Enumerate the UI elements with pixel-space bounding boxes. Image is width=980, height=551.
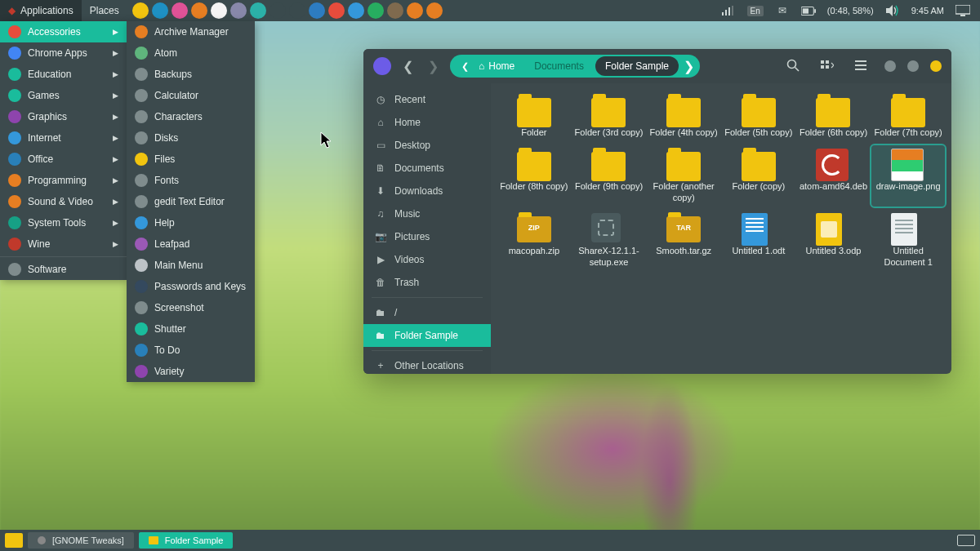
menu-item-programming[interactable]: Programming ▶ xyxy=(0,170,127,191)
file-item[interactable]: Folder (5th copy) xyxy=(722,91,795,142)
path-next-chevron[interactable]: ❯ xyxy=(680,56,697,76)
launcher-workspaces[interactable] xyxy=(309,2,325,19)
sidebar-item-desktop[interactable]: ▭Desktop xyxy=(363,134,491,157)
taskbar-item-gnome-tweaks[interactable]: [GNOME Tweaks] xyxy=(28,532,134,549)
taskbar-item-folder-sample[interactable]: Folder Sample xyxy=(139,532,234,549)
file-item[interactable]: TAR Smooth.tar.gz xyxy=(647,210,720,272)
launcher-vlc[interactable] xyxy=(407,2,423,19)
launcher-search[interactable] xyxy=(270,2,286,19)
launcher-calc[interactable] xyxy=(368,2,384,19)
path-current[interactable]: Folder Sample xyxy=(595,56,679,76)
launcher-gimp[interactable] xyxy=(387,2,403,19)
menu-item-office[interactable]: Office ▶ xyxy=(0,149,127,170)
battery-icon[interactable] xyxy=(801,5,816,16)
file-item[interactable]: Folder (another copy) xyxy=(647,145,720,207)
network-icon[interactable] xyxy=(721,5,736,16)
submenu-item-help[interactable]: Help xyxy=(127,212,255,233)
submenu-item-shutter[interactable]: Shutter xyxy=(127,318,255,340)
show-desktop-button[interactable] xyxy=(957,535,975,546)
launcher-doc[interactable] xyxy=(348,2,364,19)
mail-icon[interactable]: ✉ xyxy=(775,5,790,16)
menu-item-sound-video[interactable]: Sound & Video ▶ xyxy=(0,191,127,212)
submenu-item-disks[interactable]: Disks xyxy=(127,127,255,149)
submenu-item-variety[interactable]: Variety xyxy=(127,361,255,382)
submenu-item-backups[interactable]: Backups xyxy=(127,64,255,85)
launcher-p[interactable] xyxy=(426,2,443,19)
applications-menu-button[interactable]: ◆ Applications xyxy=(0,0,82,21)
sidebar-item-trash[interactable]: 🗑Trash xyxy=(363,271,491,294)
launcher-notes[interactable] xyxy=(172,2,188,19)
submenu-item-screenshot[interactable]: Screenshot xyxy=(127,297,255,318)
path-home[interactable]: ⌂ Home xyxy=(469,55,524,78)
show-apps-button[interactable] xyxy=(5,533,23,548)
file-item[interactable]: Folder (3rd copy) xyxy=(572,91,646,142)
file-item[interactable]: Untitled 1.odt xyxy=(722,210,795,272)
menu-item-software[interactable]: Software xyxy=(0,259,127,280)
volume-icon[interactable] xyxy=(885,5,900,16)
submenu-item-leafpad[interactable]: Leafpad xyxy=(127,233,255,255)
file-item[interactable]: Untitled 3.odp xyxy=(797,210,871,272)
sidebar-item-pictures[interactable]: 📷Pictures xyxy=(363,225,491,248)
file-item[interactable]: Folder (9th copy) xyxy=(572,145,646,207)
sidebar-item-other-locations[interactable]: +Other Locations xyxy=(363,354,491,374)
submenu-item-files[interactable]: Files xyxy=(127,149,255,170)
menu-item-education[interactable]: Education ▶ xyxy=(0,64,127,85)
hamburger-menu-button[interactable] xyxy=(849,60,873,73)
file-item[interactable]: ZIP macopah.zip xyxy=(497,210,571,272)
launcher-settings[interactable] xyxy=(250,2,266,19)
search-button[interactable] xyxy=(780,59,806,74)
submenu-item-characters[interactable]: Characters xyxy=(127,106,255,127)
menu-item-internet[interactable]: Internet ▶ xyxy=(0,127,127,149)
sidebar-item-home[interactable]: ⌂Home xyxy=(363,111,491,134)
submenu-item-archive-manager[interactable]: Archive Manager xyxy=(127,21,255,42)
file-item[interactable]: atom-amd64.deb xyxy=(797,145,871,207)
submenu-item-fonts[interactable]: Fonts xyxy=(127,170,255,191)
submenu-item-main-menu[interactable]: Main Menu xyxy=(127,255,255,276)
menu-item-chrome-apps[interactable]: Chrome Apps ▶ xyxy=(0,42,127,64)
menu-item-games[interactable]: Games ▶ xyxy=(0,85,127,106)
file-item[interactable]: Folder (8th copy) xyxy=(497,145,571,207)
sidebar-item-folder-sample[interactable]: 🖿Folder Sample xyxy=(363,324,491,347)
places-menu-button[interactable]: Places xyxy=(82,0,127,21)
file-item[interactable]: Untitled Document 1 xyxy=(871,210,945,272)
minimize-button[interactable] xyxy=(884,60,896,72)
menu-item-graphics[interactable]: Graphics ▶ xyxy=(0,106,127,127)
file-item[interactable]: Folder (7th copy) xyxy=(871,91,945,142)
back-button[interactable]: ❮ xyxy=(399,59,416,74)
file-item[interactable]: ShareX-12.1.1-setup.exe xyxy=(572,210,646,272)
keyboard-layout-indicator[interactable]: En xyxy=(747,6,764,16)
launcher-chrome[interactable] xyxy=(211,2,227,19)
view-grid-button[interactable] xyxy=(814,60,840,73)
fm-content[interactable]: Folder Folder (3rd copy) Folder (4th cop… xyxy=(491,83,951,374)
launcher-browser2[interactable] xyxy=(191,2,207,19)
menu-item-wine[interactable]: Wine ▶ xyxy=(0,233,127,255)
file-item[interactable]: Folder xyxy=(497,91,571,142)
launcher-writer[interactable] xyxy=(328,2,345,19)
launcher-updater[interactable] xyxy=(230,2,247,19)
launcher-files[interactable] xyxy=(132,2,149,19)
submenu-item-atom[interactable]: Atom xyxy=(127,42,255,64)
forward-button[interactable]: ❯ xyxy=(425,59,442,74)
sidebar-item-recent[interactable]: ◷Recent xyxy=(363,88,491,111)
maximize-button[interactable] xyxy=(907,60,919,72)
submenu-item-to-do[interactable]: To Do xyxy=(127,340,255,361)
file-item[interactable]: draw-image.png xyxy=(871,145,945,207)
sidebar-item--[interactable]: 🖿/ xyxy=(363,301,491,324)
submenu-item-calculator[interactable]: Calculator xyxy=(127,85,255,106)
launcher-firefox[interactable] xyxy=(152,2,168,19)
sidebar-item-downloads[interactable]: ⬇Downloads xyxy=(363,180,491,202)
sidebar-item-documents[interactable]: 🗎Documents xyxy=(363,157,491,180)
path-documents[interactable]: Documents xyxy=(524,55,594,78)
submenu-item-gedit-text-editor[interactable]: gedit Text Editor xyxy=(127,191,255,212)
file-item[interactable]: Folder (4th copy) xyxy=(647,91,720,142)
launcher-terminal[interactable] xyxy=(289,2,305,19)
menu-item-system-tools[interactable]: System Tools ▶ xyxy=(0,212,127,233)
monitor-icon[interactable] xyxy=(956,5,970,16)
close-button[interactable] xyxy=(930,60,942,72)
menu-item-accessories[interactable]: Accessories ▶ xyxy=(0,21,127,42)
clock[interactable]: 9:45 AM xyxy=(911,6,944,16)
file-item[interactable]: Folder (6th copy) xyxy=(797,91,871,142)
sidebar-item-music[interactable]: ♫Music xyxy=(363,202,491,225)
sidebar-item-videos[interactable]: ▶Videos xyxy=(363,248,491,271)
path-prev-chevron[interactable]: ❮ xyxy=(461,61,469,72)
